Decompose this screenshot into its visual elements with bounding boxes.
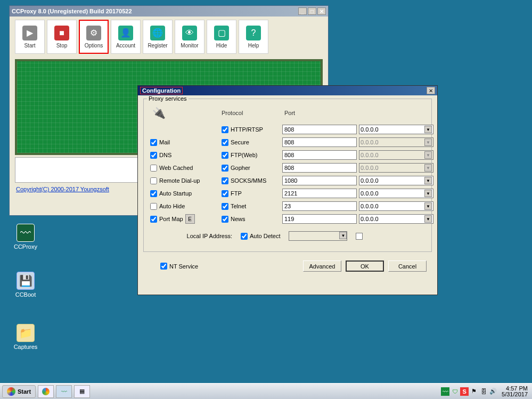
local-ip-label: Local IP Address: (171, 233, 232, 239)
http-rtsp-ip[interactable]: 0.0.0.0▼ (359, 125, 433, 134)
gopher-ip: 0.0.0.0▼ (359, 163, 433, 173)
socks-port[interactable] (282, 176, 357, 185)
gopher-port[interactable] (282, 163, 357, 173)
chevron-down-icon: ▼ (424, 164, 432, 172)
chevron-down-icon[interactable]: ▼ (424, 202, 432, 210)
chevron-down-icon: ▼ (424, 139, 432, 146)
desktop-ccboot-label: CCBoot (10, 291, 42, 298)
autohide-checkbox[interactable]: Auto Hide (150, 203, 219, 210)
tray-shield-icon[interactable]: 🛡 (451, 387, 459, 396)
toolbar-start[interactable]: ▶Start (15, 20, 45, 54)
screen-icon: ▢ (214, 26, 229, 40)
local-ip-select[interactable]: ▼ (289, 231, 347, 241)
secure-port[interactable] (282, 137, 357, 147)
folder-icon: 📁 (17, 324, 35, 342)
nt-service-checkbox[interactable]: NT Service (160, 263, 198, 270)
gear-icon: ⚙ (86, 26, 101, 40)
proxy-services-grid: 🔌 Protocol Port HTTP/RTSP 0.0.0.0▼ Mail … (150, 104, 425, 224)
gopher-checkbox[interactable]: Gopher (222, 165, 280, 172)
taskbar: Start 〰 ▦ 〰 🛡 S ⚑ 🗄 🔊 4:57 PM 5/31/2017 (0, 383, 532, 399)
taskbar-clock[interactable]: 4:57 PM 5/31/2017 (502, 386, 528, 397)
webcached-checkbox[interactable]: Web Cached (150, 165, 219, 172)
news-ip[interactable]: 0.0.0.0▼ (359, 214, 433, 224)
minimize-button[interactable]: _ (298, 7, 307, 15)
desktop-captures-icon[interactable]: 📁 Captures (10, 324, 42, 350)
ftp-ip[interactable]: 0.0.0.0▼ (359, 189, 433, 198)
task-explorer[interactable]: ▦ (74, 385, 90, 398)
proxy-icon: 🔌 (150, 104, 167, 121)
toolbar-start-label: Start (24, 43, 35, 48)
ok-button[interactable]: OK (346, 260, 384, 272)
desktop-captures-label: Captures (10, 344, 42, 350)
toolbar-help[interactable]: ?Help (239, 20, 268, 54)
toolbar-stop[interactable]: ■Stop (47, 20, 77, 54)
toolbar-register[interactable]: 🌐Register (143, 20, 173, 54)
ccproxy-app-icon: 〰 (17, 224, 35, 242)
http-rtsp-checkbox[interactable]: HTTP/RTSP (222, 126, 280, 133)
local-ip-extra-checkbox[interactable] (356, 233, 363, 240)
chevron-down-icon[interactable]: ▼ (424, 190, 432, 197)
start-button[interactable]: Start (2, 385, 36, 398)
eye-icon: 👁 (182, 26, 197, 40)
news-checkbox[interactable]: News (222, 216, 280, 223)
ftp-port[interactable] (282, 189, 357, 198)
telnet-checkbox[interactable]: Telnet (222, 203, 280, 210)
user-icon: 👤 (118, 26, 133, 40)
play-icon: ▶ (22, 26, 37, 40)
auto-detect-checkbox[interactable]: Auto Detect (241, 233, 280, 240)
desktop-ccproxy-label: CCProxy (10, 243, 42, 250)
task-ccproxy[interactable]: 〰 (56, 385, 72, 398)
close-button[interactable]: ✕ (317, 7, 326, 15)
toolbar-account[interactable]: 👤Account (111, 20, 141, 54)
http-rtsp-port[interactable] (282, 125, 357, 134)
ftpweb-port[interactable] (282, 150, 357, 160)
tray-flag-icon[interactable]: ⚑ (470, 387, 478, 396)
chevron-down-icon[interactable]: ▼ (424, 126, 432, 133)
desktop-ccproxy-icon[interactable]: 〰 CCProxy (10, 224, 42, 250)
toolbar-options[interactable]: ⚙Options (79, 20, 109, 54)
news-port[interactable] (282, 214, 357, 224)
socks-checkbox[interactable]: SOCKS/MMS (222, 177, 280, 184)
config-close-button[interactable]: ✕ (427, 87, 435, 94)
chevron-down-icon[interactable]: ▼ (424, 177, 432, 184)
maximize-button[interactable]: □ (308, 7, 316, 15)
advanced-button[interactable]: Advanced (303, 260, 341, 272)
autostartup-checkbox[interactable]: Auto Startup (150, 190, 219, 197)
secure-checkbox[interactable]: Secure (222, 139, 280, 146)
config-titlebar[interactable]: Configuration ✕ (138, 86, 437, 95)
tray-ccproxy-icon[interactable]: 〰 (441, 387, 449, 396)
toolbar-options-label: Options (85, 43, 103, 48)
main-titlebar[interactable]: CCProxy 8.0 (Unregistered) Build 2017052… (10, 6, 328, 17)
task-chrome[interactable] (38, 385, 54, 398)
desktop-ccboot-icon[interactable]: 💾 CCBoot (10, 272, 42, 298)
cancel-button[interactable]: Cancel (388, 260, 427, 272)
remotedialup-checkbox[interactable]: Remote Dial-up (150, 177, 219, 184)
portmap-edit-button[interactable]: E (185, 214, 195, 224)
ftpweb-checkbox[interactable]: FTP(Web) (222, 152, 280, 159)
dns-checkbox[interactable]: DNS (150, 152, 219, 159)
dialog-button-row: NT Service Advanced OK Cancel (149, 260, 427, 272)
help-icon: ? (246, 26, 261, 40)
ftpweb-ip: 0.0.0.0▼ (359, 150, 433, 160)
chevron-down-icon[interactable]: ▼ (424, 215, 432, 223)
toolbar-hide[interactable]: ▢Hide (207, 20, 236, 54)
tray-speaker-icon[interactable]: 🔊 (489, 387, 497, 396)
toolbar-monitor-label: Monitor (181, 43, 198, 48)
mail-checkbox[interactable]: Mail (150, 139, 219, 146)
ftp-checkbox[interactable]: FTP (222, 190, 280, 197)
port-header: Port (282, 110, 357, 116)
toolbar-monitor[interactable]: 👁Monitor (175, 20, 204, 54)
local-ip-row: Local IP Address: Auto Detect ▼ (171, 231, 412, 241)
system-tray: 〰 🛡 S ⚑ 🗄 🔊 4:57 PM 5/31/2017 (441, 386, 530, 397)
chevron-down-icon[interactable]: ▼ (339, 232, 347, 239)
socks-ip[interactable]: 0.0.0.0▼ (359, 176, 433, 185)
toolbar-register-label: Register (148, 43, 167, 48)
proxy-services-fieldset: Proxy services 🔌 Protocol Port HTTP/RTSP… (143, 99, 432, 252)
telnet-ip[interactable]: 0.0.0.0▼ (359, 201, 433, 211)
portmap-checkbox[interactable]: Port Map (150, 216, 183, 223)
globe-icon: 🌐 (150, 26, 165, 40)
tray-s-icon[interactable]: S (460, 387, 469, 396)
tray-battery-icon[interactable]: 🗄 (479, 387, 488, 396)
toolbar-stop-label: Stop (56, 43, 68, 48)
telnet-port[interactable] (282, 201, 357, 211)
